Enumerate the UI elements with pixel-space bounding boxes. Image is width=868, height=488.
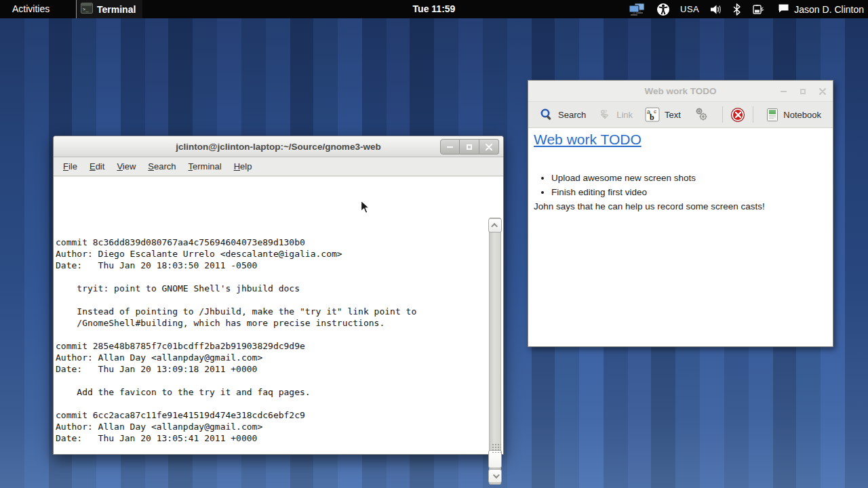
keyboard-layout-indicator[interactable]: USA	[680, 0, 699, 18]
toolbar-separator	[722, 106, 723, 123]
note-window: Web work TODO Search	[528, 80, 833, 347]
text-label: Text	[665, 110, 681, 120]
text-format-icon: a c b	[645, 107, 660, 122]
terminal-output: commit 8c36dd839d080767aa4c75694604073e8…	[56, 179, 485, 454]
terminal-line: Instead of pointing to /Jhbuild, make th…	[56, 306, 485, 317]
minimize-button[interactable]	[440, 139, 460, 155]
accessibility-icon[interactable]	[656, 0, 670, 18]
link-icon	[598, 108, 612, 121]
close-icon[interactable]	[819, 88, 826, 95]
terminal-line: /GnomeShell#building, which has more pre…	[56, 317, 485, 329]
svg-text:b: b	[650, 113, 654, 122]
maximize-icon	[467, 144, 472, 150]
scroll-down-button[interactable]	[488, 469, 502, 483]
toolbar-separator	[753, 106, 753, 123]
note-toolbar: Search Link a c b Text	[528, 102, 833, 128]
terminal-line	[56, 271, 485, 283]
minimize-icon[interactable]	[781, 91, 787, 92]
status-area: USA	[629, 0, 864, 18]
terminal-line	[56, 398, 485, 409]
terminal-window-title: jclinton@jclinton-laptop:~/Source/gnome3…	[176, 142, 380, 152]
terminal-line: commit 285e48b8785f7c01bcdff2ba2b9190382…	[56, 340, 485, 352]
gears-icon	[693, 106, 709, 123]
terminal-window-controls	[440, 139, 499, 155]
link-button[interactable]: Link	[593, 104, 637, 125]
mouse-cursor	[360, 200, 374, 215]
close-button[interactable]	[479, 139, 499, 155]
close-icon	[486, 144, 492, 150]
delete-note-button[interactable]	[731, 108, 745, 122]
note-title-link[interactable]: Web work TODO	[534, 131, 642, 148]
volume-icon[interactable]	[709, 0, 723, 18]
terminal-line: Date: Thu Jan 20 13:09:18 2011 +0000	[56, 363, 485, 375]
desktop: Activities >_ Terminal Tue 11:59	[0, 0, 868, 488]
notebook-label: Notebook	[783, 110, 821, 120]
link-label: Link	[616, 110, 633, 120]
note-window-title: Web work TODO	[644, 86, 716, 96]
terminal-scrollbar[interactable]	[488, 218, 502, 454]
note-bullet-list: Upload awesome new screen shotsFinish ed…	[534, 171, 827, 199]
menu-item[interactable]: File	[57, 159, 83, 174]
chevron-down-icon	[492, 472, 499, 479]
chevron-up-icon	[491, 223, 498, 230]
text-button[interactable]: a c b Text	[640, 104, 686, 125]
note-bullet-item: Finish editing first video	[551, 185, 827, 199]
chat-icon	[778, 3, 789, 16]
menu-item[interactable]: Edit	[83, 159, 111, 174]
terminal-line	[56, 329, 485, 340]
menu-item[interactable]: Help	[228, 159, 258, 174]
notebook-button[interactable]: Notebook	[762, 104, 826, 125]
search-label: Search	[558, 110, 586, 120]
minimize-icon	[447, 146, 453, 148]
search-button[interactable]: Search	[535, 104, 591, 125]
terminal-menubar: FileEditViewSearchTerminalHelp	[54, 157, 503, 176]
menu-item[interactable]: Terminal	[182, 159, 228, 174]
search-icon	[540, 108, 553, 121]
svg-text:>_: >_	[83, 7, 89, 12]
terminal-line: Author: Allan Day <allanpday@gmail.com>	[56, 421, 485, 432]
terminal-line: Add the favicon to the try it and faq pa…	[56, 386, 485, 398]
bluetooth-icon[interactable]	[733, 0, 741, 18]
notebook-icon	[766, 108, 778, 122]
delete-icon	[735, 112, 741, 118]
terminal-line: Date: Thu Jan 20 18:03:50 2011 -0500	[56, 260, 485, 271]
terminal-line: Date: Thu Jan 20 13:05:41 2011 +0000	[56, 432, 485, 444]
note-bullet-item: Upload awesome new screen shots	[551, 171, 827, 185]
battery-icon[interactable]	[751, 0, 765, 18]
clock[interactable]: Tue 11:59	[413, 0, 456, 18]
top-bar: Activities >_ Terminal Tue 11:59	[0, 0, 868, 18]
maximize-button[interactable]	[460, 139, 479, 155]
app-menu[interactable]: >_ Terminal	[76, 0, 142, 18]
display-icon[interactable]	[629, 0, 646, 18]
app-menu-label: Terminal	[97, 4, 136, 15]
terminal-line: tryit: point to GNOME Shell's jhbuild do…	[56, 283, 485, 294]
terminal-app-icon: >_	[81, 3, 93, 16]
user-menu[interactable]: Jason D. Clinton	[775, 3, 864, 16]
scrollbar-thumb[interactable]	[488, 450, 502, 468]
terminal-content[interactable]: commit 8c36dd839d080767aa4c75694604073e8…	[54, 177, 503, 454]
terminal-line	[56, 294, 485, 306]
activities-button[interactable]: Activities	[7, 0, 55, 18]
menu-item[interactable]: View	[111, 159, 142, 174]
menu-item[interactable]: Search	[142, 159, 182, 174]
user-name: Jason D. Clinton	[794, 4, 864, 15]
tools-button[interactable]	[688, 103, 714, 126]
maximize-icon[interactable]	[800, 89, 806, 94]
terminal-titlebar[interactable]: jclinton@jclinton-laptop:~/Source/gnome3…	[54, 136, 503, 157]
terminal-window: jclinton@jclinton-laptop:~/Source/gnome3…	[53, 136, 504, 455]
terminal-line: Author: Allan Day <allanpday@gmail.com>	[56, 352, 485, 363]
terminal-line: commit 6cc2aca87c11fe91e41519d474e318cdc…	[56, 409, 485, 421]
terminal-lines: commit 8c36dd839d080767aa4c75694604073e8…	[56, 202, 485, 454]
note-window-controls	[781, 81, 826, 102]
terminal-line: Author: Diego Escalante Urrelo <descalan…	[56, 248, 485, 260]
note-titlebar[interactable]: Web work TODO	[528, 81, 833, 102]
note-editor[interactable]: Web work TODO Upload awesome new screen …	[528, 129, 833, 346]
terminal-line	[56, 444, 485, 454]
note-footer-line: John says that he can help us record som…	[534, 199, 827, 214]
resize-grip[interactable]	[492, 443, 501, 453]
scroll-up-button[interactable]	[488, 218, 502, 232]
terminal-line	[56, 375, 485, 386]
terminal-line: commit 8c36dd839d080767aa4c75694604073e8…	[56, 237, 485, 248]
